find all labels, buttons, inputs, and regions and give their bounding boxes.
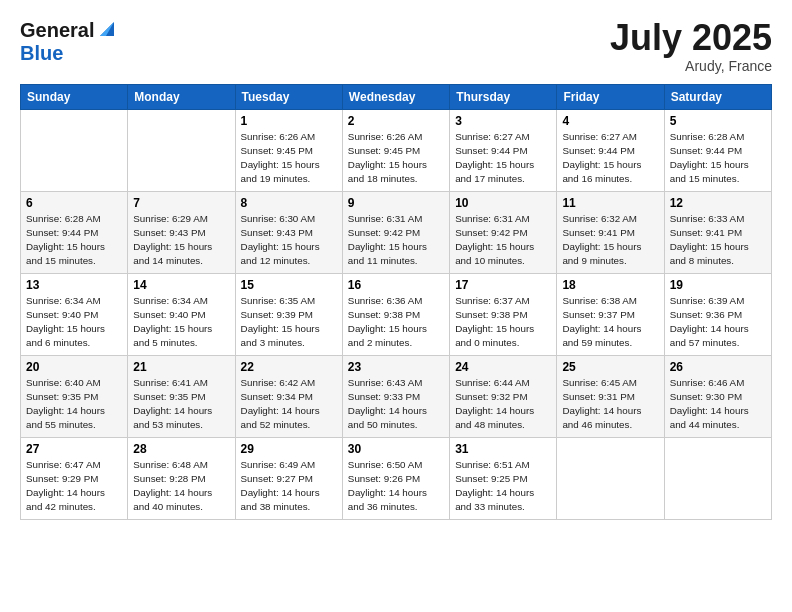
calendar-day-cell: 7Sunrise: 6:29 AMSunset: 9:43 PMDaylight… bbox=[128, 191, 235, 273]
day-number: 3 bbox=[455, 114, 551, 128]
day-info: Sunrise: 6:48 AMSunset: 9:28 PMDaylight:… bbox=[133, 458, 229, 515]
day-info: Sunrise: 6:35 AMSunset: 9:39 PMDaylight:… bbox=[241, 294, 337, 351]
day-info: Sunrise: 6:30 AMSunset: 9:43 PMDaylight:… bbox=[241, 212, 337, 269]
day-info: Sunrise: 6:27 AMSunset: 9:44 PMDaylight:… bbox=[562, 130, 658, 187]
calendar-day-cell: 4Sunrise: 6:27 AMSunset: 9:44 PMDaylight… bbox=[557, 109, 664, 191]
page: General Blue July 2025 Arudy, France Sun… bbox=[0, 0, 792, 612]
day-info: Sunrise: 6:26 AMSunset: 9:45 PMDaylight:… bbox=[348, 130, 444, 187]
day-info: Sunrise: 6:43 AMSunset: 9:33 PMDaylight:… bbox=[348, 376, 444, 433]
day-number: 16 bbox=[348, 278, 444, 292]
day-number: 10 bbox=[455, 196, 551, 210]
day-info: Sunrise: 6:28 AMSunset: 9:44 PMDaylight:… bbox=[26, 212, 122, 269]
calendar-day-cell bbox=[664, 437, 771, 519]
calendar-day-cell: 26Sunrise: 6:46 AMSunset: 9:30 PMDayligh… bbox=[664, 355, 771, 437]
calendar-day-cell: 31Sunrise: 6:51 AMSunset: 9:25 PMDayligh… bbox=[450, 437, 557, 519]
calendar-day-cell: 25Sunrise: 6:45 AMSunset: 9:31 PMDayligh… bbox=[557, 355, 664, 437]
day-info: Sunrise: 6:46 AMSunset: 9:30 PMDaylight:… bbox=[670, 376, 766, 433]
day-number: 18 bbox=[562, 278, 658, 292]
calendar-day-cell: 11Sunrise: 6:32 AMSunset: 9:41 PMDayligh… bbox=[557, 191, 664, 273]
day-number: 30 bbox=[348, 442, 444, 456]
day-info: Sunrise: 6:38 AMSunset: 9:37 PMDaylight:… bbox=[562, 294, 658, 351]
weekday-header: Tuesday bbox=[235, 84, 342, 109]
day-number: 4 bbox=[562, 114, 658, 128]
weekday-header: Thursday bbox=[450, 84, 557, 109]
calendar-day-cell bbox=[557, 437, 664, 519]
calendar-day-cell: 19Sunrise: 6:39 AMSunset: 9:36 PMDayligh… bbox=[664, 273, 771, 355]
calendar-day-cell: 28Sunrise: 6:48 AMSunset: 9:28 PMDayligh… bbox=[128, 437, 235, 519]
day-number: 17 bbox=[455, 278, 551, 292]
day-number: 21 bbox=[133, 360, 229, 374]
day-info: Sunrise: 6:40 AMSunset: 9:35 PMDaylight:… bbox=[26, 376, 122, 433]
day-info: Sunrise: 6:45 AMSunset: 9:31 PMDaylight:… bbox=[562, 376, 658, 433]
day-info: Sunrise: 6:50 AMSunset: 9:26 PMDaylight:… bbox=[348, 458, 444, 515]
calendar-week-row: 20Sunrise: 6:40 AMSunset: 9:35 PMDayligh… bbox=[21, 355, 772, 437]
weekday-header: Wednesday bbox=[342, 84, 449, 109]
day-number: 5 bbox=[670, 114, 766, 128]
calendar-day-cell bbox=[128, 109, 235, 191]
day-number: 26 bbox=[670, 360, 766, 374]
logo: General Blue bbox=[20, 18, 118, 65]
day-number: 19 bbox=[670, 278, 766, 292]
calendar-day-cell: 9Sunrise: 6:31 AMSunset: 9:42 PMDaylight… bbox=[342, 191, 449, 273]
calendar-day-cell: 2Sunrise: 6:26 AMSunset: 9:45 PMDaylight… bbox=[342, 109, 449, 191]
calendar-day-cell: 22Sunrise: 6:42 AMSunset: 9:34 PMDayligh… bbox=[235, 355, 342, 437]
logo-blue-text: Blue bbox=[20, 42, 63, 64]
logo-icon bbox=[96, 18, 118, 40]
day-info: Sunrise: 6:31 AMSunset: 9:42 PMDaylight:… bbox=[348, 212, 444, 269]
calendar-day-cell: 27Sunrise: 6:47 AMSunset: 9:29 PMDayligh… bbox=[21, 437, 128, 519]
calendar-day-cell: 8Sunrise: 6:30 AMSunset: 9:43 PMDaylight… bbox=[235, 191, 342, 273]
day-number: 13 bbox=[26, 278, 122, 292]
day-info: Sunrise: 6:33 AMSunset: 9:41 PMDaylight:… bbox=[670, 212, 766, 269]
day-info: Sunrise: 6:51 AMSunset: 9:25 PMDaylight:… bbox=[455, 458, 551, 515]
day-info: Sunrise: 6:27 AMSunset: 9:44 PMDaylight:… bbox=[455, 130, 551, 187]
day-number: 15 bbox=[241, 278, 337, 292]
calendar-day-cell: 30Sunrise: 6:50 AMSunset: 9:26 PMDayligh… bbox=[342, 437, 449, 519]
day-info: Sunrise: 6:39 AMSunset: 9:36 PMDaylight:… bbox=[670, 294, 766, 351]
day-info: Sunrise: 6:28 AMSunset: 9:44 PMDaylight:… bbox=[670, 130, 766, 187]
calendar-day-cell: 5Sunrise: 6:28 AMSunset: 9:44 PMDaylight… bbox=[664, 109, 771, 191]
day-number: 28 bbox=[133, 442, 229, 456]
day-info: Sunrise: 6:37 AMSunset: 9:38 PMDaylight:… bbox=[455, 294, 551, 351]
calendar-week-row: 27Sunrise: 6:47 AMSunset: 9:29 PMDayligh… bbox=[21, 437, 772, 519]
calendar-day-cell: 10Sunrise: 6:31 AMSunset: 9:42 PMDayligh… bbox=[450, 191, 557, 273]
day-number: 29 bbox=[241, 442, 337, 456]
day-number: 31 bbox=[455, 442, 551, 456]
calendar-day-cell: 13Sunrise: 6:34 AMSunset: 9:40 PMDayligh… bbox=[21, 273, 128, 355]
day-info: Sunrise: 6:49 AMSunset: 9:27 PMDaylight:… bbox=[241, 458, 337, 515]
calendar-day-cell: 29Sunrise: 6:49 AMSunset: 9:27 PMDayligh… bbox=[235, 437, 342, 519]
day-number: 20 bbox=[26, 360, 122, 374]
day-info: Sunrise: 6:42 AMSunset: 9:34 PMDaylight:… bbox=[241, 376, 337, 433]
calendar-day-cell: 14Sunrise: 6:34 AMSunset: 9:40 PMDayligh… bbox=[128, 273, 235, 355]
calendar-day-cell: 6Sunrise: 6:28 AMSunset: 9:44 PMDaylight… bbox=[21, 191, 128, 273]
day-number: 2 bbox=[348, 114, 444, 128]
day-number: 6 bbox=[26, 196, 122, 210]
calendar-day-cell: 21Sunrise: 6:41 AMSunset: 9:35 PMDayligh… bbox=[128, 355, 235, 437]
calendar-week-row: 6Sunrise: 6:28 AMSunset: 9:44 PMDaylight… bbox=[21, 191, 772, 273]
weekday-header: Sunday bbox=[21, 84, 128, 109]
month-title: July 2025 bbox=[610, 18, 772, 58]
day-number: 12 bbox=[670, 196, 766, 210]
calendar-day-cell: 3Sunrise: 6:27 AMSunset: 9:44 PMDaylight… bbox=[450, 109, 557, 191]
calendar-week-row: 13Sunrise: 6:34 AMSunset: 9:40 PMDayligh… bbox=[21, 273, 772, 355]
day-number: 27 bbox=[26, 442, 122, 456]
day-info: Sunrise: 6:44 AMSunset: 9:32 PMDaylight:… bbox=[455, 376, 551, 433]
calendar-day-cell bbox=[21, 109, 128, 191]
calendar-day-cell: 15Sunrise: 6:35 AMSunset: 9:39 PMDayligh… bbox=[235, 273, 342, 355]
day-info: Sunrise: 6:41 AMSunset: 9:35 PMDaylight:… bbox=[133, 376, 229, 433]
day-info: Sunrise: 6:34 AMSunset: 9:40 PMDaylight:… bbox=[26, 294, 122, 351]
day-number: 8 bbox=[241, 196, 337, 210]
calendar-day-cell: 24Sunrise: 6:44 AMSunset: 9:32 PMDayligh… bbox=[450, 355, 557, 437]
calendar-day-cell: 16Sunrise: 6:36 AMSunset: 9:38 PMDayligh… bbox=[342, 273, 449, 355]
calendar-table: SundayMondayTuesdayWednesdayThursdayFrid… bbox=[20, 84, 772, 520]
weekday-header: Monday bbox=[128, 84, 235, 109]
day-number: 22 bbox=[241, 360, 337, 374]
day-info: Sunrise: 6:36 AMSunset: 9:38 PMDaylight:… bbox=[348, 294, 444, 351]
day-number: 14 bbox=[133, 278, 229, 292]
weekday-header: Saturday bbox=[664, 84, 771, 109]
header: General Blue July 2025 Arudy, France bbox=[20, 18, 772, 74]
weekday-header: Friday bbox=[557, 84, 664, 109]
day-info: Sunrise: 6:32 AMSunset: 9:41 PMDaylight:… bbox=[562, 212, 658, 269]
calendar-day-cell: 20Sunrise: 6:40 AMSunset: 9:35 PMDayligh… bbox=[21, 355, 128, 437]
day-number: 24 bbox=[455, 360, 551, 374]
title-block: July 2025 Arudy, France bbox=[610, 18, 772, 74]
